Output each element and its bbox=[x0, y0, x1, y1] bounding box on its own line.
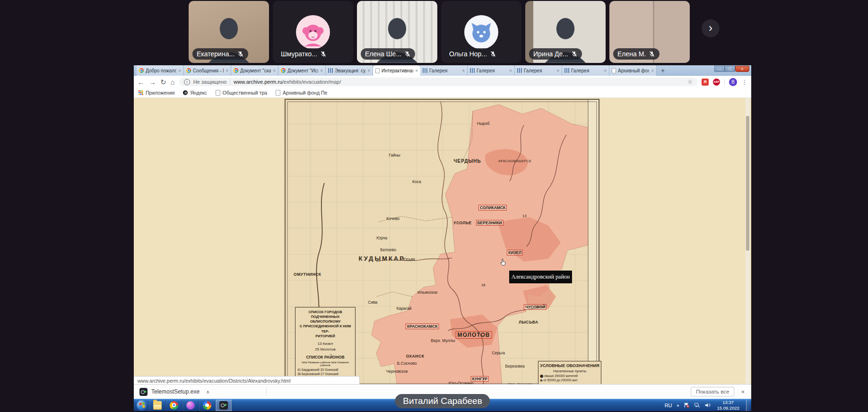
monkey-avatar-icon bbox=[296, 15, 330, 49]
download-chevron-icon[interactable]: ∧ bbox=[206, 389, 209, 394]
yandex-extension-icon[interactable]: Я bbox=[702, 79, 709, 86]
map-label[interactable]: СОЛИКАМСК bbox=[478, 205, 507, 210]
profile-avatar[interactable]: B bbox=[729, 78, 737, 86]
url-text: www.archive.perm.ru/exhibits/evacuation/… bbox=[234, 79, 341, 85]
tab-close-icon[interactable]: × bbox=[556, 68, 559, 73]
show-all-downloads-button[interactable]: Показать все bbox=[691, 387, 734, 396]
browser-tab[interactable]: Добро пожалов × bbox=[137, 65, 184, 76]
map-label: ОМУТНИНСК bbox=[294, 272, 321, 277]
clock-date: 15.09.2022 bbox=[717, 405, 739, 411]
bookmark-item[interactable]: Общественный тра bbox=[216, 90, 267, 96]
home-icon[interactable]: ⌂ bbox=[171, 79, 175, 86]
map-label: 13 bbox=[522, 214, 527, 218]
browser-tab[interactable]: Галерея × bbox=[468, 65, 515, 76]
map-label[interactable]: МОЛОТОВ bbox=[456, 331, 492, 339]
bookmark-icon bbox=[216, 90, 220, 96]
tab-close-icon[interactable]: × bbox=[462, 68, 465, 73]
taskbar-chrome-button[interactable] bbox=[166, 400, 182, 411]
bookmark-icon bbox=[183, 90, 188, 95]
map-label[interactable]: БЕРЕЗНИКИ bbox=[476, 220, 503, 226]
minimize-button[interactable]: — bbox=[714, 66, 725, 72]
telemost-app-window: Екатерина... bbox=[0, 0, 868, 412]
tab-close-icon[interactable]: × bbox=[273, 68, 276, 73]
download-item[interactable]: TelemostSetup.exe ∧ bbox=[139, 388, 209, 396]
participant-tile[interactable]: Ольга Нор... bbox=[441, 1, 521, 63]
mic-muted-icon bbox=[320, 51, 327, 57]
map-label[interactable]: КИЗЕЛ bbox=[507, 250, 523, 255]
map-label: Верх. Муллы bbox=[431, 338, 455, 343]
browser-menu-icon[interactable]: ⋮ bbox=[741, 79, 747, 86]
browser-tab[interactable]: Эвакуация: судь × bbox=[326, 65, 373, 76]
participant-tile[interactable]: Елена Ше... bbox=[357, 1, 437, 63]
tab-close-icon[interactable]: × bbox=[651, 68, 654, 73]
taskbar-clock[interactable]: 13:37 15.09.2022 bbox=[717, 400, 739, 411]
back-icon[interactable]: ← bbox=[138, 79, 145, 86]
browser-tab[interactable]: Галерея × bbox=[515, 65, 562, 76]
new-tab-button[interactable]: + bbox=[657, 66, 669, 75]
taskbar-app-button[interactable] bbox=[182, 400, 199, 411]
participant-tile[interactable]: Елена М. bbox=[609, 1, 690, 63]
evacuation-map[interactable]: НыробЧЕРДЫНЬКРАСНОВИШЕРСКГайныКосаКочево… bbox=[284, 98, 600, 387]
taskbar-browser2-button[interactable] bbox=[199, 400, 216, 411]
map-label[interactable]: ЧУСОВОЙ bbox=[524, 304, 547, 310]
browser-tab[interactable]: Интерактивная × bbox=[373, 65, 420, 76]
show-desktop-button[interactable] bbox=[746, 400, 749, 411]
browser-tab[interactable]: Сообщения - ГК × bbox=[184, 65, 231, 76]
participant-tile[interactable]: Екатерина... bbox=[189, 1, 269, 63]
tray-expand-icon[interactable]: ▲ bbox=[677, 403, 680, 407]
map-label: Кочево bbox=[386, 216, 399, 221]
map-label[interactable]: КРАСНОКАМСК bbox=[406, 324, 439, 329]
taskbar-explorer-button[interactable] bbox=[149, 400, 166, 411]
info-icon[interactable]: i bbox=[184, 79, 190, 85]
browser-tab[interactable]: Документ "скан × bbox=[231, 65, 278, 76]
map-legend-box: УСЛОВНЫЕ ОБОЗНАЧЕНИЯ Населенные пункты ⬤… bbox=[538, 361, 601, 385]
presenter-name-pill: Виталий Сарабеев bbox=[395, 394, 490, 408]
tab-favicon bbox=[470, 68, 475, 73]
scrollbar-thumb[interactable] bbox=[746, 116, 749, 251]
network-icon[interactable] bbox=[694, 402, 700, 408]
bookmark-star-icon[interactable]: ☆ bbox=[687, 79, 693, 85]
participant-name-pill: Шмуратко... bbox=[277, 48, 331, 60]
forward-icon[interactable]: → bbox=[149, 79, 156, 86]
bookmark-item[interactable]: Яндекс bbox=[183, 90, 207, 96]
tab-favicon bbox=[281, 68, 286, 73]
action-center-flag-icon[interactable] bbox=[684, 402, 690, 408]
explorer-icon bbox=[153, 401, 162, 410]
bookmark-item[interactable]: Архивный фонд Пе bbox=[276, 90, 327, 96]
next-participants-button[interactable]: › bbox=[702, 19, 720, 37]
page-scrollbar[interactable] bbox=[746, 98, 750, 399]
volume-icon[interactable] bbox=[704, 402, 711, 408]
participant-name: Елена М. bbox=[617, 50, 646, 58]
reload-icon[interactable]: ↻ bbox=[160, 79, 166, 86]
security-label: Не защищено bbox=[193, 79, 227, 85]
tab-close-icon[interactable]: × bbox=[320, 68, 323, 73]
start-button[interactable] bbox=[137, 400, 147, 411]
map-label: КУДЫМКАР bbox=[358, 255, 405, 262]
tab-close-icon[interactable]: × bbox=[604, 68, 607, 73]
tab-close-icon[interactable]: × bbox=[367, 68, 370, 73]
maximize-button[interactable]: □ bbox=[725, 66, 735, 72]
browser-tab[interactable]: Документ "Исхо × bbox=[278, 65, 326, 76]
browser-tab[interactable]: Архивный фонд × bbox=[609, 65, 657, 76]
download-bar-close-icon[interactable]: × bbox=[741, 388, 745, 395]
participant-name-pill: Ирина Де... bbox=[529, 48, 582, 60]
browser-tab[interactable]: Галерея × bbox=[562, 65, 609, 76]
tab-close-icon[interactable]: × bbox=[226, 68, 228, 73]
language-indicator[interactable]: RU bbox=[665, 403, 672, 408]
participant-name-pill: Ольга Нор... bbox=[445, 48, 501, 60]
participant-tile[interactable]: Ирина Де... bbox=[525, 1, 606, 63]
address-bar[interactable]: i Не защищено www.archive.perm.ru/exhibi… bbox=[179, 78, 697, 86]
tab-title: Галерея bbox=[477, 68, 507, 73]
tab-close-icon[interactable]: × bbox=[415, 68, 418, 73]
map-label: Черновское bbox=[386, 369, 408, 374]
tab-title: Добро пожалов bbox=[146, 68, 176, 73]
adblock-extension-icon[interactable]: ABP bbox=[713, 79, 720, 86]
browser-tab[interactable]: Галерея × bbox=[420, 65, 468, 76]
taskbar-telemost-button[interactable] bbox=[216, 400, 232, 411]
participant-tile[interactable]: Шмуратко... bbox=[273, 1, 353, 63]
tab-close-icon[interactable]: × bbox=[178, 68, 181, 73]
tab-close-icon[interactable]: × bbox=[509, 68, 512, 73]
map-label: Гайны bbox=[389, 153, 400, 158]
bookmark-item[interactable]: Приложения bbox=[139, 90, 174, 96]
close-button[interactable]: × bbox=[735, 66, 749, 72]
